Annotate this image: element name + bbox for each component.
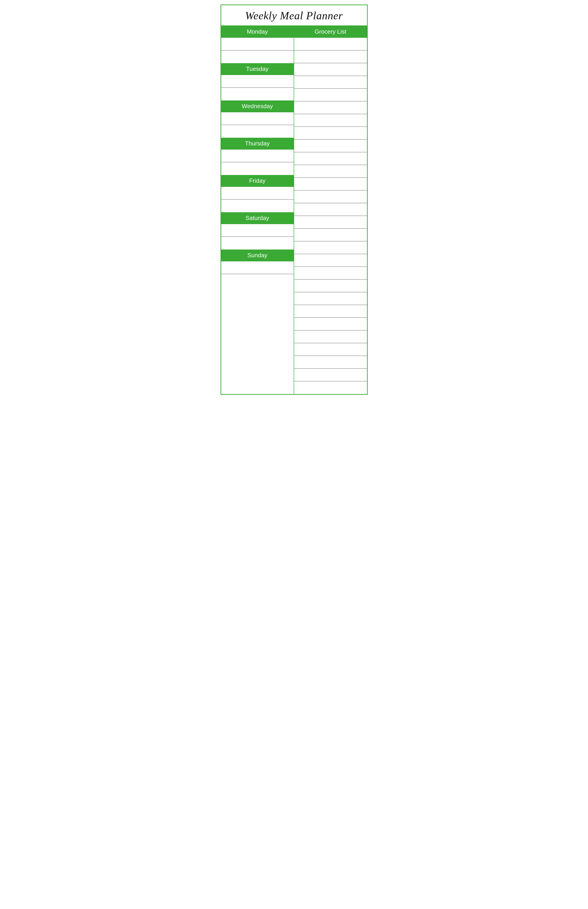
monday-row-1[interactable]	[221, 38, 294, 50]
grocery-row-22[interactable]	[294, 305, 367, 318]
saturday-row-2[interactable]	[221, 237, 294, 249]
grocery-row-3[interactable]	[294, 63, 367, 76]
grocery-row-17[interactable]	[294, 241, 367, 254]
grocery-row-16[interactable]	[294, 229, 367, 241]
grocery-row-28[interactable]	[294, 381, 367, 394]
tuesday-header: Tuesday	[221, 63, 294, 75]
friday-header: Friday	[221, 175, 294, 187]
grocery-row-27[interactable]	[294, 369, 367, 381]
friday-row-2[interactable]	[221, 199, 294, 212]
grocery-row-11[interactable]	[294, 165, 367, 178]
grocery-row-19[interactable]	[294, 267, 367, 280]
thursday-header: Thursday	[221, 138, 294, 150]
wednesday-header: Wednesday	[221, 100, 294, 112]
grocery-row-13[interactable]	[294, 191, 367, 203]
tuesday-row-1[interactable]	[221, 75, 294, 88]
thursday-section: Thursday	[221, 138, 294, 175]
grocery-column: Grocery List	[294, 26, 367, 394]
wednesday-row-1[interactable]	[221, 112, 294, 125]
friday-row-1[interactable]	[221, 187, 294, 199]
grocery-row-4[interactable]	[294, 76, 367, 89]
grocery-row-6[interactable]	[294, 101, 367, 114]
wednesday-section: Wednesday	[221, 100, 294, 138]
grocery-list-header: Grocery List	[294, 26, 367, 38]
tuesday-section: Tuesday	[221, 63, 294, 100]
planner-grid: Monday Tuesday Wednesday Thursday	[221, 26, 367, 394]
sunday-row-2[interactable]	[221, 274, 294, 287]
grocery-row-18[interactable]	[294, 254, 367, 267]
grocery-row-9[interactable]	[294, 139, 367, 152]
days-column: Monday Tuesday Wednesday Thursday	[221, 26, 294, 394]
wednesday-row-2[interactable]	[221, 125, 294, 138]
sunday-row-1[interactable]	[221, 261, 294, 274]
grocery-row-2[interactable]	[294, 50, 367, 63]
grocery-row-1[interactable]	[294, 38, 367, 50]
thursday-row-2[interactable]	[221, 162, 294, 175]
grocery-row-12[interactable]	[294, 178, 367, 191]
grocery-row-23[interactable]	[294, 318, 367, 330]
monday-row-2[interactable]	[221, 50, 294, 63]
thursday-row-1[interactable]	[221, 150, 294, 162]
grocery-row-21[interactable]	[294, 292, 367, 305]
sunday-header: Sunday	[221, 249, 294, 261]
grocery-row-14[interactable]	[294, 203, 367, 216]
grocery-row-7[interactable]	[294, 114, 367, 127]
grocery-row-25[interactable]	[294, 343, 367, 356]
monday-section: Monday	[221, 26, 294, 63]
tuesday-row-2[interactable]	[221, 88, 294, 100]
grocery-row-20[interactable]	[294, 280, 367, 292]
grocery-row-26[interactable]	[294, 356, 367, 369]
planner-container: Weekly Meal Planner Monday Tuesday Wedne…	[221, 5, 368, 395]
grocery-row-10[interactable]	[294, 152, 367, 165]
saturday-row-1[interactable]	[221, 224, 294, 237]
page-title: Weekly Meal Planner	[221, 5, 367, 26]
sunday-section: Sunday	[221, 249, 294, 287]
grocery-row-24[interactable]	[294, 330, 367, 343]
saturday-header: Saturday	[221, 212, 294, 224]
grocery-row-5[interactable]	[294, 89, 367, 101]
friday-section: Friday	[221, 175, 294, 212]
saturday-section: Saturday	[221, 212, 294, 249]
grocery-row-8[interactable]	[294, 127, 367, 139]
grocery-row-15[interactable]	[294, 216, 367, 229]
monday-header: Monday	[221, 26, 294, 38]
